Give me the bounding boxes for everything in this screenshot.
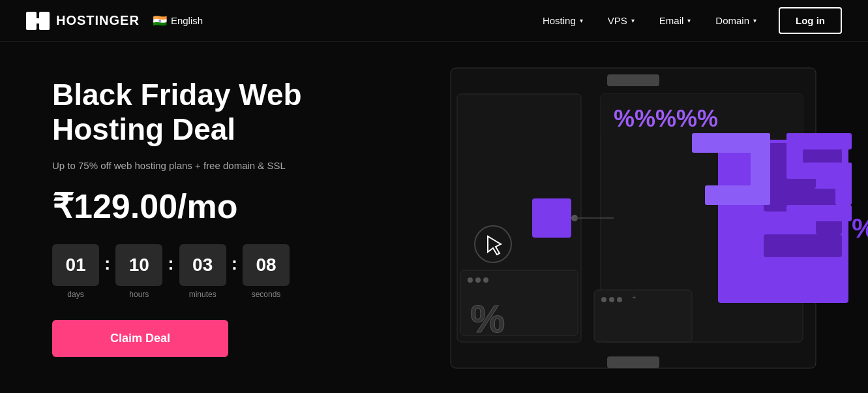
svg-text:+: + (632, 293, 636, 301)
chevron-down-icon: ▾ (631, 17, 635, 24)
nav-hosting[interactable]: Hosting ▾ (533, 10, 592, 31)
svg-point-34 (483, 277, 488, 283)
svg-rect-26 (786, 205, 852, 221)
svg-rect-4 (607, 74, 659, 86)
main-nav: Hosting ▾ VPS ▾ Email ▾ Domain ▾ Log in (533, 7, 842, 34)
svg-rect-5 (607, 356, 659, 368)
countdown-seconds-value: 08 (243, 244, 290, 286)
hero-price: ₹129.00/mo (52, 187, 365, 226)
svg-rect-25 (835, 163, 852, 205)
countdown-minutes-label: minutes (189, 290, 217, 299)
nav-email[interactable]: Email ▾ (650, 10, 700, 31)
logo-text: HOSTINGER (56, 13, 140, 28)
svg-point-32 (468, 277, 473, 283)
logo-icon (26, 12, 50, 30)
svg-rect-18 (764, 234, 842, 257)
chevron-down-icon: ▾ (687, 17, 691, 24)
separator-2: : (162, 253, 179, 274)
countdown-days-label: days (67, 290, 83, 299)
language-selector[interactable]: 🇮🇳 English (153, 14, 203, 28)
hero-headline: Black Friday Web Hosting Deal (52, 78, 365, 147)
countdown-hours-value: 10 (115, 244, 162, 286)
svg-text:%: % (852, 213, 868, 244)
svg-point-39 (617, 297, 622, 302)
countdown-days: 01 days (52, 244, 99, 299)
nav-vps[interactable]: VPS ▾ (599, 10, 644, 31)
hero-illustration: %%%%% (398, 42, 868, 393)
countdown-seconds: 08 seconds (243, 244, 290, 299)
countdown-days-value: 01 (52, 244, 99, 286)
login-button[interactable]: Log in (779, 7, 842, 34)
site-header: HOSTINGER 🇮🇳 English Hosting ▾ VPS ▾ Ema… (0, 0, 868, 42)
svg-point-38 (609, 297, 614, 302)
countdown-hours-label: hours (129, 290, 149, 299)
logo[interactable]: HOSTINGER (26, 12, 140, 30)
countdown-minutes: 03 minutes (179, 244, 226, 299)
svg-text:%%%%%: %%%%% (614, 105, 718, 132)
illustration-svg: %%%%% (398, 42, 868, 393)
claim-deal-button[interactable]: Claim Deal (52, 320, 228, 357)
hero-section: Black Friday Web Hosting Deal Up to 75% … (0, 42, 868, 393)
nav-domain[interactable]: Domain ▾ (706, 10, 766, 31)
flag-icon: 🇮🇳 (153, 14, 167, 28)
chevron-down-icon: ▾ (753, 17, 756, 24)
svg-point-37 (601, 297, 606, 302)
hero-content: Black Friday Web Hosting Deal Up to 75% … (52, 78, 365, 357)
svg-rect-28 (532, 198, 571, 238)
svg-rect-21 (705, 185, 754, 205)
countdown-hours: 10 hours (115, 244, 162, 299)
svg-rect-2 (26, 18, 50, 24)
svg-point-33 (475, 277, 481, 283)
separator-3: : (226, 253, 243, 274)
countdown-minutes-value: 03 (179, 244, 226, 286)
language-label: English (171, 15, 203, 26)
hero-subtitle: Up to 75% off web hosting plans + free d… (52, 160, 365, 171)
separator-1: : (99, 253, 115, 274)
svg-rect-36 (594, 290, 692, 342)
chevron-down-icon: ▾ (580, 17, 583, 24)
countdown-seconds-label: seconds (252, 290, 281, 299)
countdown-timer: 01 days : 10 hours : 03 minutes : 08 sec… (52, 244, 365, 299)
header-left: HOSTINGER 🇮🇳 English (26, 12, 203, 30)
svg-text:%: % (470, 297, 505, 341)
